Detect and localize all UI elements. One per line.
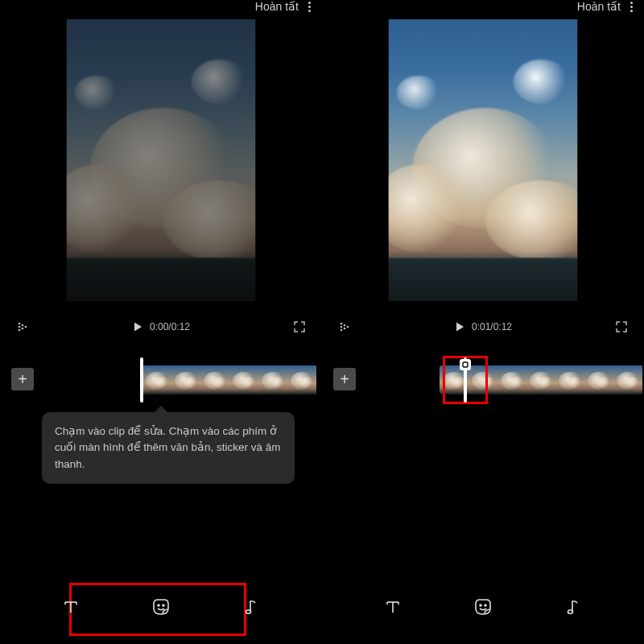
- clip-frame[interactable]: [584, 365, 613, 394]
- hint-tooltip: Chạm vào clip để sửa. Chạm vào các phím …: [42, 412, 295, 484]
- music-tool-button[interactable]: [232, 588, 270, 626]
- clip-frame[interactable]: [555, 365, 584, 394]
- slider-icon[interactable]: [16, 320, 29, 333]
- clip-frame[interactable]: [497, 365, 526, 394]
- svg-point-11: [341, 329, 341, 330]
- svg-point-1: [19, 326, 19, 327]
- video-preview[interactable]: [67, 19, 256, 301]
- bottom-toolbar: [322, 583, 644, 631]
- add-clip-button[interactable]: +: [333, 368, 356, 390]
- header: Hoàn tất: [322, 0, 644, 16]
- svg-point-0: [19, 323, 19, 324]
- play-bar: 0:00/0:12: [0, 320, 322, 333]
- timeline[interactable]: +: [322, 356, 644, 406]
- fullscreen-icon[interactable]: [615, 320, 628, 333]
- clip-frame[interactable]: [200, 365, 229, 394]
- clip-frame[interactable]: [526, 365, 555, 394]
- svg-point-3: [22, 324, 23, 325]
- done-button[interactable]: Hoàn tất: [577, 0, 621, 13]
- play-icon[interactable]: [132, 321, 143, 332]
- slider-icon[interactable]: [338, 320, 351, 333]
- svg-point-12: [344, 324, 345, 325]
- sticker-tool-button[interactable]: [142, 588, 180, 626]
- timeline[interactable]: +: [0, 356, 322, 406]
- preview-image: [389, 19, 578, 301]
- done-button[interactable]: Hoàn tất: [255, 0, 299, 13]
- playhead-handle-icon[interactable]: [460, 359, 471, 370]
- svg-point-2: [19, 329, 19, 330]
- clip-frame[interactable]: [229, 365, 258, 394]
- svg-point-16: [480, 605, 481, 606]
- svg-point-6: [158, 605, 159, 606]
- clip-frame[interactable]: [258, 365, 287, 394]
- clip-frame[interactable]: [171, 365, 200, 394]
- svg-point-4: [22, 328, 23, 328]
- more-options-icon[interactable]: [308, 0, 311, 12]
- header: Hoàn tất: [0, 0, 322, 16]
- svg-point-5: [25, 326, 26, 327]
- screen-right: Hoàn tất 0:01/0:12 +: [322, 0, 644, 644]
- music-tool-button[interactable]: [554, 588, 592, 626]
- text-tool-button[interactable]: [374, 588, 412, 626]
- playhead[interactable]: [140, 357, 143, 402]
- text-tool-button[interactable]: [52, 588, 90, 626]
- time-display: 0:01/0:12: [472, 321, 512, 332]
- add-clip-button[interactable]: +: [11, 368, 34, 390]
- clip-frame[interactable]: [613, 365, 642, 394]
- fullscreen-icon[interactable]: [293, 320, 306, 333]
- playhead[interactable]: [464, 357, 467, 402]
- svg-point-10: [341, 326, 341, 327]
- svg-point-9: [341, 323, 341, 324]
- svg-point-13: [344, 328, 345, 328]
- sticker-tool-button[interactable]: [464, 588, 502, 626]
- screen-left: Hoàn tất 0:00/0:12 +: [0, 0, 322, 644]
- svg-point-7: [163, 605, 164, 606]
- svg-rect-15: [463, 362, 468, 367]
- preview-image: [67, 19, 256, 301]
- clip-frame[interactable]: [469, 365, 497, 394]
- clip-frame[interactable]: [142, 365, 171, 394]
- clip-strip[interactable]: [142, 365, 320, 394]
- clip-frame[interactable]: [287, 365, 316, 394]
- play-bar: 0:01/0:12: [322, 320, 644, 333]
- svg-point-17: [485, 605, 486, 606]
- video-preview[interactable]: [389, 19, 578, 301]
- time-display: 0:00/0:12: [150, 321, 190, 332]
- clip-strip[interactable]: [440, 365, 644, 394]
- svg-point-14: [347, 326, 348, 327]
- bottom-toolbar: [0, 583, 322, 631]
- more-options-icon[interactable]: [630, 0, 633, 12]
- play-icon[interactable]: [454, 321, 465, 332]
